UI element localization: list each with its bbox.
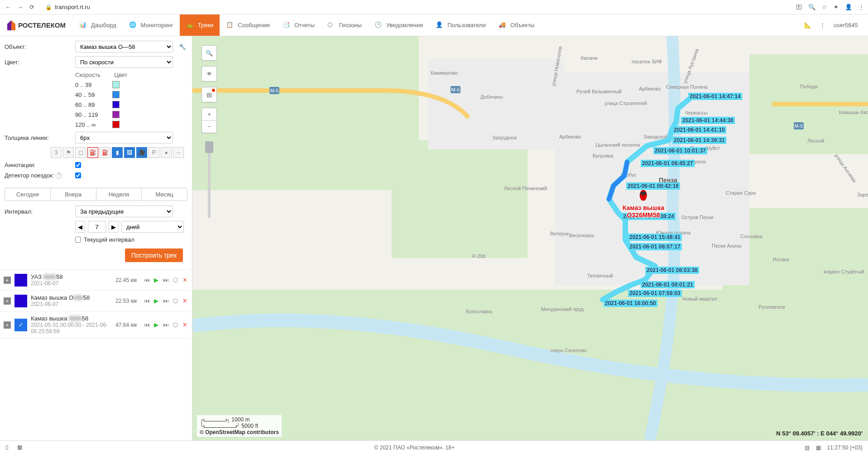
ti-arrow-icon[interactable]: → (173, 147, 184, 158)
ti-fuel-icon[interactable]: ⛽ (87, 147, 98, 158)
shape-icon[interactable]: ⬡ (172, 297, 179, 305)
period-today[interactable]: Сегодня (5, 188, 51, 201)
rewind-icon[interactable]: ⏮ (143, 277, 150, 284)
shape-icon[interactable]: ⬡ (172, 277, 179, 284)
color-select[interactable]: По скорости (75, 56, 173, 68)
svg-text:M-5: M-5 (270, 88, 279, 93)
key-icon[interactable]: ⚿ (796, 4, 802, 10)
ti-video-icon[interactable]: 🎥 (136, 147, 147, 158)
star-icon[interactable]: ☆ (822, 4, 827, 10)
legend-range: 120 .. ∞ (75, 121, 107, 128)
zoom-icon[interactable]: 🔍 (808, 4, 815, 10)
interval-unit-select[interactable]: дней (121, 221, 184, 233)
ti-parking-icon[interactable]: P (149, 147, 159, 158)
thickness-select[interactable]: 6px (75, 132, 173, 143)
ti-flag-icon[interactable]: ⚑ (63, 147, 74, 158)
nav-notifications[interactable]: 🕑Уведомления (368, 14, 429, 36)
track-color[interactable] (14, 274, 27, 287)
vehicle-marker[interactable]: Камаз вышка O326MM58 (623, 189, 665, 219)
ti-box-icon[interactable]: ▢ (75, 147, 86, 158)
play-icon[interactable]: ▶ (153, 277, 160, 284)
track-row[interactable]: + Камаз вышка О000582021-06-07 22.53 км … (0, 291, 192, 311)
puzzle-icon[interactable]: ✦ (834, 4, 839, 10)
map[interactable]: M-5 M-5 M-5 2021-06-01 14:47:142021-06-0… (192, 36, 868, 440)
play-icon[interactable]: ▶ (153, 297, 160, 305)
footer-icon-2[interactable]: ▦ (816, 444, 821, 451)
username[interactable]: user5645 (834, 22, 858, 29)
zoom-in-icon[interactable]: + (202, 108, 216, 121)
detector-checkbox[interactable] (75, 172, 81, 178)
place-label: Лесной Пенинский (504, 186, 547, 191)
ti-image-icon[interactable]: 🖼 (124, 147, 135, 158)
back-icon[interactable]: ← (4, 3, 13, 12)
nav-geozones[interactable]: ⬡Геозоны (321, 14, 368, 36)
forward-icon[interactable]: → (15, 3, 24, 12)
interval-number[interactable] (88, 221, 106, 233)
svg-point-14 (640, 190, 647, 201)
period-yesterday[interactable]: Вчера (51, 188, 96, 201)
rewind-icon[interactable]: ⏮ (143, 321, 150, 329)
svg-text:M-5: M-5 (451, 87, 460, 92)
track-row[interactable]: +✓ Камаз вышка 0000582021-05-31 00:00:00… (0, 311, 192, 339)
profile-icon[interactable]: 👤 (845, 4, 852, 10)
current-interval-checkbox[interactable] (75, 237, 81, 243)
timestamp-label: 2021-06-01 08:01:21 (641, 281, 695, 288)
ti-pump-icon[interactable]: ⛽ (100, 147, 110, 158)
logo-icon (7, 20, 15, 30)
step-next[interactable]: ▶ (109, 221, 119, 233)
layout-1-icon[interactable]: ▯ (5, 444, 13, 451)
map-search-icon[interactable]: 🔍 (201, 45, 217, 61)
wrench-icon[interactable]: 🔧 (179, 43, 186, 50)
map-background: M-5 M-5 M-5 (192, 36, 868, 440)
period-week[interactable]: Неделя (96, 188, 142, 201)
zoom-slider[interactable] (208, 141, 211, 218)
header-menu-icon[interactable]: ⋮ (820, 22, 825, 29)
ruler-icon[interactable]: 📐 (804, 22, 811, 29)
zoom-out-icon[interactable]: − (202, 121, 216, 133)
annotations-checkbox[interactable] (75, 162, 81, 168)
help-icon[interactable]: ? (56, 172, 62, 179)
map-eye-icon[interactable]: 👁 (201, 66, 217, 81)
nav-users[interactable]: 👤Пользователи (429, 14, 492, 36)
forward-icon[interactable]: ⏭ (162, 321, 169, 329)
track-row[interactable]: + УАЗ 0000582021-06-07 22.45 км ⏮ ▶ ⏭ ⬡ … (0, 270, 192, 291)
expand-icon[interactable]: + (4, 297, 11, 305)
expand-icon[interactable]: + (4, 321, 11, 329)
rewind-icon[interactable]: ⏮ (143, 297, 150, 305)
nav-objects[interactable]: 🚚Объекты (492, 14, 541, 36)
play-icon[interactable]: ▶ (153, 321, 160, 329)
place-label: Ветерок (550, 231, 569, 236)
delete-icon[interactable]: ✕ (181, 297, 188, 305)
ti-3d-icon[interactable]: 3 (51, 147, 62, 158)
sidebar: Объект: Камаз вышка О—58 🔧 Цвет: По скор… (0, 36, 192, 440)
forward-icon[interactable]: ⏭ (162, 277, 169, 284)
interval-mode-select[interactable]: За предыдущие (75, 205, 173, 217)
nav-monitoring[interactable]: 🌐Мониторинг (123, 14, 180, 36)
delete-icon[interactable]: ✕ (181, 321, 188, 329)
reload-icon[interactable]: ⟳ (27, 3, 36, 12)
track-distance: 47.64 км (115, 322, 137, 328)
forward-icon[interactable]: ⏭ (162, 297, 169, 305)
shape-icon[interactable]: ⬡ (172, 321, 179, 329)
url-bar[interactable]: 🔒 transport.rt.ru (39, 4, 793, 10)
nav-dashboard[interactable]: 📊Дашборд (73, 14, 123, 36)
delete-icon[interactable]: ✕ (181, 277, 188, 284)
nav-reports[interactable]: 📑Отчеты (276, 14, 321, 36)
track-color[interactable] (14, 295, 27, 307)
footer-icon-1[interactable]: ▤ (805, 444, 810, 451)
ti-stop-icon[interactable]: ● (161, 147, 172, 158)
ti-marker-icon[interactable]: ▮ (112, 147, 123, 158)
osm-credit[interactable]: © OpenStreetMap contributors (200, 429, 279, 435)
nav-tracks[interactable]: ⛳Треки (180, 14, 220, 36)
object-select[interactable]: Камаз вышка О—58 (75, 41, 173, 53)
nav-messages[interactable]: 📋Сообщения (220, 14, 276, 36)
period-month[interactable]: Месяц (142, 188, 187, 201)
step-prev[interactable]: ◀ (75, 221, 85, 233)
map-layers-icon[interactable]: ▤ (201, 87, 217, 102)
menu-icon[interactable]: ⋮ (858, 4, 864, 10)
brand-logo[interactable]: РОСТЕЛЕКОМ (0, 20, 73, 30)
layout-grid-icon[interactable]: ▦ (17, 444, 24, 451)
track-check-icon[interactable]: ✓ (14, 319, 27, 331)
expand-icon[interactable]: + (4, 277, 11, 284)
build-track-button[interactable]: Построить трек (125, 249, 183, 262)
